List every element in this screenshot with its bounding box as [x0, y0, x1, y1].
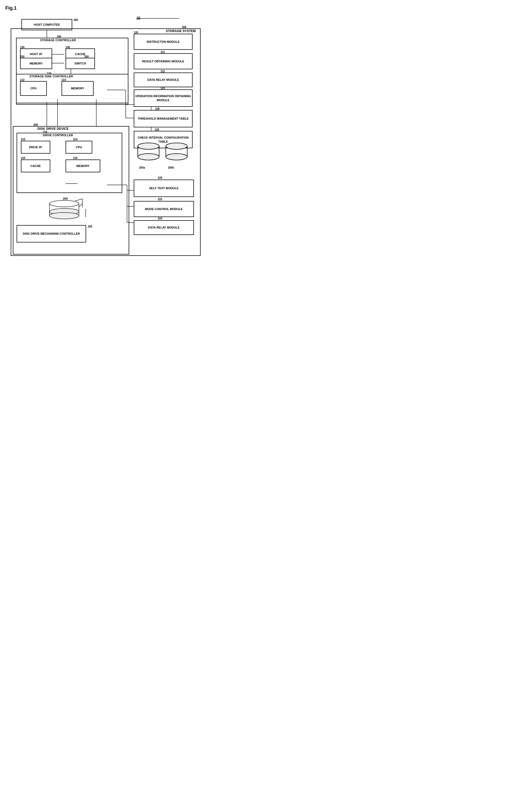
- memory-bot-num: 218: [73, 157, 78, 160]
- mode-control-module-box: MODE CONTROL MODULE: [134, 201, 194, 217]
- cache-bot-box: CACHE: [21, 160, 50, 172]
- storage-controller-label: STORAGE CONTROLLER: [40, 39, 76, 42]
- memory-top-label: MEMORY: [30, 61, 42, 65]
- storage-disk-controller-label: STORAGE DISK CONTROLLER: [30, 75, 73, 78]
- result-obtaining-module-label: RESULT OBTAINING MODULE: [142, 59, 184, 63]
- data-relay-module-bot-num: 224: [158, 217, 163, 220]
- fig-title: Fig.1: [5, 5, 207, 11]
- drive-if-label: DRIVE I/F: [29, 145, 42, 149]
- cache-top-num: 140: [65, 46, 70, 49]
- svg-line-41: [79, 204, 82, 207]
- host-computer-num: 400: [74, 18, 78, 21]
- cache-top-label: CACHE: [75, 52, 85, 56]
- instruction-module-num: 120: [134, 31, 138, 34]
- memory-mid-box: MEMORY: [61, 81, 94, 96]
- data-relay-module-top-label: DATA RELAY MODULE: [147, 78, 179, 81]
- cpu-mid-label: CPU: [30, 87, 36, 90]
- disk-drive-device-num: 200: [34, 123, 38, 126]
- storage-controller-num: 100: [57, 35, 61, 38]
- mode-control-module-label: MODE CONTROL MODULE: [145, 207, 183, 211]
- disk-drive-mechanism-controller-label: DISK DRIVE MECHANISM CONTROLLER: [23, 232, 80, 236]
- threshold-management-table-label: THRESHOLD MANAGEMENT TABLE: [138, 117, 189, 121]
- drive-if-num: 212: [21, 138, 25, 141]
- switch-label: SWITCH: [74, 61, 86, 65]
- cpu-bot-label: CPU: [76, 145, 82, 149]
- disk-200b-label: 200b: [168, 166, 174, 169]
- data-relay-module-top-box: DATA RELAY MODULE: [134, 73, 193, 87]
- host-if-label: HOST I/F: [30, 52, 42, 56]
- cpu-mid-box: CPU: [20, 81, 47, 96]
- memory-bot-box: MEMORY: [65, 160, 100, 172]
- instruction-module-box: INSTRUCTON MODULE: [134, 34, 193, 50]
- cache-bot-num: 216: [21, 157, 25, 160]
- storage-disk-controller-num: 110: [47, 72, 51, 75]
- threshold-management-table-box: THRESHOLD MANAGEMENT TABLE: [134, 110, 193, 127]
- self-test-module-num: 220: [158, 176, 163, 179]
- threshold-management-table-num: 126: [155, 107, 160, 110]
- mode-control-module-num: 222: [158, 198, 163, 201]
- data-relay-module-top-num: 122: [160, 70, 165, 73]
- disk-200b-icon: [165, 142, 189, 164]
- host-if-num: 130: [20, 46, 25, 49]
- fig-number-label: 10: [136, 16, 140, 20]
- disk-drive-mechanism-controller-num: 250: [88, 225, 92, 228]
- switch-num: 160: [84, 55, 89, 58]
- instruction-module-label: INSTRUCTON MODULE: [147, 40, 180, 43]
- disk-200a-icon: [136, 142, 160, 164]
- svg-point-38: [50, 213, 79, 219]
- cache-bot-label: CACHE: [30, 164, 41, 168]
- operation-info-module-num: 123: [160, 87, 165, 90]
- operation-info-module-label: OPERATION INFORMATION OBTAINING MODULE: [134, 94, 192, 102]
- svg-point-42: [138, 143, 159, 149]
- memory-mid-label: MEMORY: [71, 87, 84, 90]
- data-relay-module-bot-label: DATA RELAY MODULE: [148, 226, 179, 229]
- storage-system-label: STORAGE SYSTEM: [166, 29, 196, 33]
- svg-point-46: [166, 143, 187, 149]
- drive-controller-label: DRIVE CONTROLLER: [43, 133, 73, 137]
- result-obtaining-module-num: 121: [160, 51, 165, 54]
- self-test-module-label: SELF TEST MODULE: [149, 186, 179, 190]
- svg-point-45: [138, 153, 159, 160]
- memory-mid-num: 114: [61, 78, 66, 81]
- drive-if-box: DRIVE I/F: [21, 141, 50, 153]
- check-interval-table-num: 128: [155, 128, 159, 131]
- svg-point-32: [50, 200, 79, 207]
- cpu-bot-num: 214: [73, 138, 78, 141]
- cpu-mid-num: 112: [20, 78, 25, 81]
- self-test-module-box: SELF TEST MODULE: [134, 180, 194, 197]
- cpu-bot-box: CPU: [65, 141, 92, 153]
- result-obtaining-module-box: RESULT OBTAINING MODULE: [134, 53, 193, 69]
- operation-info-module-box: OPERATION INFORMATION OBTAINING MODULE: [134, 89, 193, 107]
- switch-box: SWITCH: [65, 58, 95, 69]
- svg-point-49: [166, 153, 187, 160]
- storage-system-num: 300: [182, 26, 186, 29]
- host-computer-label: HOST COMPUTER: [34, 23, 60, 26]
- svg-line-39: [75, 199, 82, 201]
- disk-200a-label: 200a: [139, 166, 145, 169]
- disk-drive-device-label: DISK DRIVE DEVICE: [37, 127, 69, 131]
- memory-top-num: 150: [20, 55, 25, 58]
- drive-controller-num: 210: [43, 131, 48, 133]
- disk-drive-mechanism-controller-box: DISK DRIVE MECHANISM CONTROLLER: [17, 225, 86, 242]
- memory-top-box: MEMORY: [20, 58, 52, 69]
- data-relay-module-bot-box: DATA RELAY MODULE: [134, 220, 194, 235]
- memory-bot-label: MEMORY: [76, 164, 89, 168]
